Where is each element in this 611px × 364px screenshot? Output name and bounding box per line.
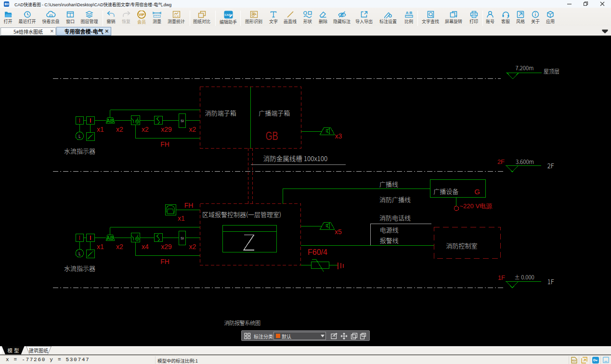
svg-text:x2: x2	[116, 243, 123, 251]
svg-text:x2: x2	[189, 126, 196, 133]
svg-text:消防广播线: 消防广播线	[379, 195, 411, 204]
svg-text:消防金属线槽 100x100: 消防金属线槽 100x100	[263, 153, 328, 163]
svg-text:1F: 1F	[498, 274, 505, 281]
svg-text:x1: x1	[178, 214, 185, 222]
svg-text:x4: x4	[142, 243, 149, 251]
svg-text:A:B: A:B	[405, 11, 412, 15]
svg-text:GB: GB	[266, 129, 278, 142]
svg-text:FH: FH	[160, 140, 169, 148]
svg-text:x2: x2	[116, 126, 123, 133]
svg-text:2F: 2F	[497, 158, 505, 165]
svg-text:报警线: 报警线	[380, 236, 399, 245]
svg-text:模型: 模型	[8, 346, 21, 353]
svg-text:水流指示器: 水流指示器	[64, 264, 95, 273]
svg-text:VIP: VIP	[139, 13, 144, 17]
svg-text:CAD: CAD	[224, 13, 231, 16]
svg-text:x3: x3	[335, 132, 342, 140]
svg-text:2F: 2F	[547, 161, 554, 170]
svg-text:G: G	[474, 188, 480, 196]
svg-text:FH: FH	[184, 201, 194, 209]
svg-text:FH: FH	[160, 258, 169, 265]
svg-text:区域报警控制器(一层管理室): 区域报警控制器(一层管理室)	[202, 210, 281, 219]
svg-text:广播设备: 广播设备	[433, 187, 458, 196]
svg-text:x29: x29	[161, 126, 172, 133]
svg-text:水流指示器: 水流指示器	[64, 146, 95, 155]
svg-text:x2: x2	[189, 243, 196, 251]
svg-text:7.200m: 7.200m	[516, 64, 534, 72]
svg-text:1F: 1F	[547, 277, 554, 286]
svg-text:x2: x2	[142, 126, 149, 133]
svg-text:广播端子箱: 广播端子箱	[259, 108, 290, 117]
svg-text:± 0.000: ± 0.000	[514, 273, 534, 281]
svg-text:x5: x5	[335, 228, 342, 236]
svg-text:~220 V电源: ~220 V电源	[460, 202, 493, 210]
svg-text:PDF: PDF	[572, 359, 577, 362]
svg-text:消防电话线: 消防电话线	[379, 213, 411, 222]
svg-text:消防端子箱: 消防端子箱	[205, 108, 236, 117]
svg-text:消防控制室: 消防控制室	[446, 241, 477, 250]
svg-text:建筑图纸: 建筑图纸	[29, 346, 48, 353]
svg-text:F60/4: F60/4	[308, 248, 327, 256]
svg-text:x29: x29	[161, 243, 172, 251]
svg-text:x1: x1	[97, 243, 104, 251]
svg-text:3.600m: 3.600m	[516, 158, 534, 165]
svg-text:电源线: 电源线	[380, 225, 399, 234]
svg-text:屋顶层: 屋顶层	[544, 67, 559, 75]
svg-text:广播线: 广播线	[379, 179, 398, 188]
svg-text:x1: x1	[97, 126, 104, 133]
svg-text:消防报警系统图: 消防报警系统图	[224, 319, 260, 326]
